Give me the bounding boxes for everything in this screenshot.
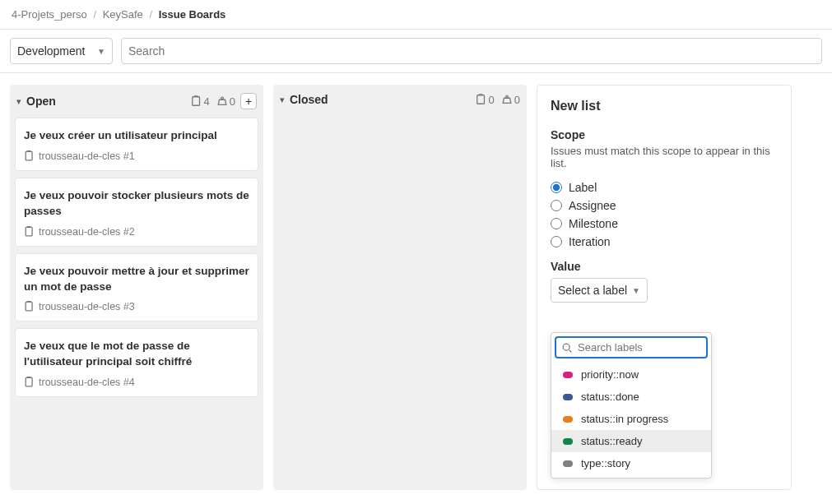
radio-text: Iteration: [569, 235, 611, 248]
label-option-text: priority::now: [581, 368, 639, 381]
column-header: ▾ Open 4 0 +: [10, 85, 263, 118]
chevron-down-icon: ▼: [632, 286, 640, 295]
radio-text: Milestone: [569, 217, 618, 230]
breadcrumb-item[interactable]: 4-Projets_perso: [12, 8, 87, 21]
scope-radio-milestone[interactable]: Milestone: [551, 217, 778, 230]
radio-text: Label: [569, 181, 597, 194]
column-title: Open: [26, 95, 191, 108]
label-color-swatch: [563, 460, 573, 467]
scope-radio-label-input[interactable]: [551, 182, 562, 193]
column-title: Closed: [290, 93, 476, 106]
label-search-input[interactable]: [578, 341, 701, 354]
label-option[interactable]: status::ready: [551, 430, 711, 452]
issue-card[interactable]: Je veux que le mot de passe de l'utilisa…: [15, 328, 258, 397]
label-dropdown: priority::nowstatus::donestatus::in prog…: [551, 332, 712, 479]
column-closed: ▾ Closed 0 0: [273, 85, 527, 490]
issues-icon: [476, 94, 487, 105]
scope-radio-iteration-input[interactable]: [551, 236, 562, 247]
weight-count: 0: [230, 95, 235, 108]
board-selector[interactable]: Development ▼: [10, 38, 113, 64]
weight-icon: [501, 94, 513, 105]
issue-count: 4: [204, 95, 210, 108]
card-ref: trousseau-de-cles #2: [39, 226, 135, 238]
card-title: Je veux pouvoir stocker plusieurs mots d…: [24, 188, 249, 220]
label-option[interactable]: priority::now: [551, 363, 711, 386]
label-search-wrapper[interactable]: [555, 336, 708, 358]
issue-icon: [24, 150, 35, 162]
chevron-down-icon[interactable]: ▾: [16, 96, 21, 107]
board-toolbar: Development ▼: [0, 30, 832, 73]
label-option-text: status::ready: [581, 435, 642, 447]
svg-rect-4: [26, 303, 32, 312]
scope-description: Issues must match this scope to appear i…: [551, 145, 778, 169]
card-meta: trousseau-de-cles #1: [24, 150, 249, 162]
column-header: ▾ Closed 0 0: [273, 85, 527, 114]
issues-icon: [191, 95, 202, 107]
card-title: Je veux créer un utilisateur principal: [24, 128, 249, 144]
chevron-down-icon: ▼: [97, 47, 105, 56]
card-title: Je veux pouvoir mettre à jour et supprim…: [24, 264, 249, 295]
column-counts: 0 0: [476, 94, 520, 106]
select-label-text: Select a label: [558, 284, 627, 297]
radio-text: Assignee: [569, 199, 616, 212]
svg-point-1: [221, 97, 223, 99]
svg-line-9: [569, 349, 572, 352]
card-meta: trousseau-de-cles #4: [24, 377, 249, 388]
card-ref: trousseau-de-cles #3: [39, 301, 135, 312]
scope-radio-milestone-input[interactable]: [551, 218, 562, 229]
card-ref: trousseau-de-cles #4: [39, 377, 135, 388]
board-area: ▾ Open 4 0 + Je veux créer un utilisateu…: [0, 73, 832, 502]
svg-rect-6: [476, 95, 484, 104]
search-input[interactable]: [128, 44, 815, 58]
column-counts: 4 0: [191, 95, 235, 108]
chevron-down-icon[interactable]: ▾: [280, 95, 285, 105]
label-option-text: type::story: [581, 457, 630, 469]
breadcrumb-item[interactable]: KeySafe: [103, 8, 143, 21]
label-options-list: priority::nowstatus::donestatus::in prog…: [551, 362, 711, 478]
svg-rect-0: [192, 97, 199, 106]
issue-card[interactable]: Je veux créer un utilisateur principal t…: [15, 118, 258, 171]
breadcrumb-separator: /: [93, 8, 96, 21]
card-ref: trousseau-de-cles #1: [39, 150, 135, 162]
svg-rect-5: [26, 378, 32, 387]
label-color-swatch: [563, 394, 573, 400]
label-option[interactable]: status::in progress: [551, 408, 711, 430]
label-option[interactable]: status::done: [551, 386, 711, 408]
issue-card[interactable]: Je veux pouvoir stocker plusieurs mots d…: [15, 178, 258, 247]
label-color-swatch: [563, 416, 573, 423]
card-list: Je veux créer un utilisateur principal t…: [10, 118, 263, 402]
add-issue-button[interactable]: +: [240, 93, 257, 109]
card-meta: trousseau-de-cles #2: [24, 226, 249, 238]
scope-label: Scope: [551, 128, 778, 141]
new-list-panel: New list Scope Issues must match this sc…: [537, 85, 792, 490]
issue-count: 0: [489, 94, 495, 106]
select-label-button[interactable]: Select a label ▼: [551, 278, 648, 303]
scope-radio-iteration[interactable]: Iteration: [551, 235, 778, 248]
value-label: Value: [551, 260, 778, 273]
issue-icon: [24, 301, 35, 312]
scope-radio-assignee-input[interactable]: [551, 200, 562, 211]
label-option[interactable]: type::story: [551, 452, 711, 474]
card-title: Je veux que le mot de passe de l'utilisa…: [24, 339, 249, 370]
search-icon: [561, 342, 573, 354]
scope-radio-label[interactable]: Label: [551, 181, 778, 194]
breadcrumb-separator: /: [149, 8, 152, 21]
svg-point-8: [563, 344, 569, 350]
label-option-text: status::done: [581, 391, 639, 403]
card-meta: trousseau-de-cles #3: [24, 301, 249, 312]
svg-rect-3: [26, 227, 32, 236]
new-list-heading: New list: [551, 99, 778, 113]
board-selector-label: Development: [17, 44, 86, 58]
scope-radio-assignee[interactable]: Assignee: [551, 199, 778, 212]
svg-point-7: [505, 95, 508, 98]
weight-icon: [216, 95, 228, 107]
breadcrumb-current: Issue Boards: [159, 8, 226, 21]
issue-icon: [24, 377, 35, 388]
column-open: ▾ Open 4 0 + Je veux créer un utilisateu…: [10, 85, 263, 490]
breadcrumb: 4-Projets_perso / KeySafe / Issue Boards: [0, 0, 832, 30]
issue-card[interactable]: Je veux pouvoir mettre à jour et supprim…: [15, 253, 258, 322]
label-color-swatch: [563, 372, 573, 378]
label-option-text: status::in progress: [581, 413, 668, 425]
search-field-wrapper[interactable]: [121, 38, 822, 64]
weight-count: 0: [514, 94, 520, 106]
